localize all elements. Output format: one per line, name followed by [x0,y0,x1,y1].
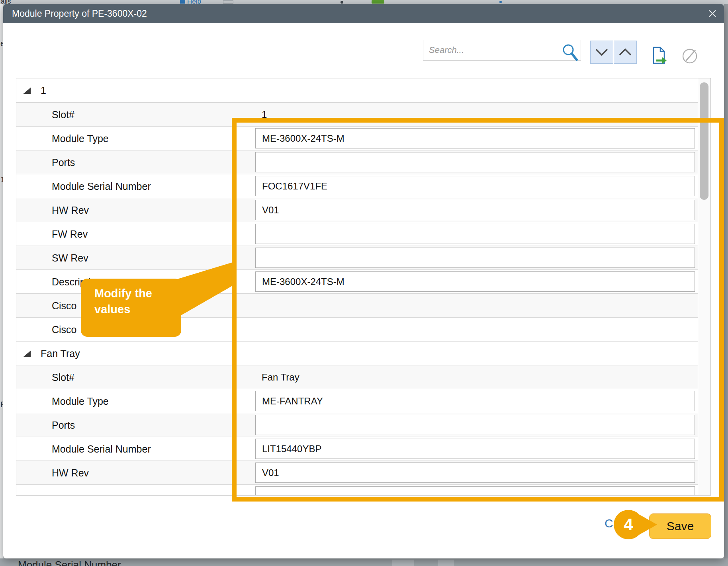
property-label: HW Rev [52,198,89,222]
find-previous-button[interactable] [614,41,637,64]
property-label: Slot# [52,103,74,126]
background-page-bottom-strip: Module Serial Number [0,558,728,566]
property-value-field[interactable] [255,224,695,244]
property-value-field[interactable] [255,415,695,435]
property-value-field[interactable]: LIT15440YBP [255,439,695,459]
background-letter-fragment: e [0,39,3,48]
table-row: Ports [16,150,698,174]
group-header-row[interactable]: Fan Tray [16,341,698,365]
property-value-field[interactable] [255,486,695,495]
background-letter-fragment: 1 [0,175,3,184]
background-control-fragment [223,0,233,4]
property-label: HW Rev [52,461,89,484]
background-page-right-sliver [724,4,728,558]
background-page-left-sliver: e 1 F [0,4,3,558]
collapse-triangle-icon[interactable] [23,351,31,357]
table-row: FW Rev [16,222,698,246]
property-label: Cisco [52,294,77,317]
background-dot-fragment [341,1,343,4]
property-label: Ports [52,150,75,174]
property-label: Ports [52,413,75,437]
callout-text-line2: values [94,301,181,317]
save-button-label: Save [667,519,694,533]
property-value: 1 [262,103,267,126]
table-row: Module Type ME-3600X-24TS-M [16,126,698,150]
find-next-button[interactable] [590,41,613,64]
background-cell-fragment [392,560,414,566]
close-button[interactable] [706,8,718,20]
chevron-down-icon [595,48,609,56]
table-row: HW Rev V01 [16,461,698,484]
search-input[interactable] [423,40,581,61]
group-header-row[interactable]: 1 [16,78,698,102]
edit-icon[interactable] [682,48,699,64]
dialog-titlebar: Module Property of PE-3600X-02 [3,4,724,23]
help-link-fragment: Help [187,0,201,4]
callout-text-line1: Modify the [94,285,181,301]
background-dot-fragment [499,1,502,3]
table-row: Module Serial Number LIT15440YBP [16,437,698,461]
property-label: Module Type [52,389,109,413]
table-row: Slot# Fan Tray [16,365,698,389]
table-row: Module Serial Number FOC1617V1FE [16,174,698,198]
property-value-field[interactable]: V01 [255,200,695,220]
property-label: SW Rev [52,246,88,269]
property-label: Module Serial Number [52,174,151,198]
callout-bubble: Modify the values [81,279,181,337]
background-letter-fragment: F [0,400,3,409]
property-value-field[interactable] [255,152,695,172]
property-value-field[interactable]: FOC1617V1FE [255,176,695,196]
search-icon[interactable] [560,41,580,63]
property-value-field[interactable]: ME-3600X-24TS-M [255,128,695,148]
chevron-up-icon [618,48,632,56]
property-value-field[interactable]: V01 [255,463,695,483]
export-icon[interactable] [651,46,668,66]
table-row-partial [16,484,698,495]
property-value: Fan Tray [262,365,299,389]
table-row: HW Rev V01 [16,198,698,222]
background-cell-fragment [438,560,454,566]
property-label: FW Rev [52,222,88,246]
property-value-field[interactable]: ME-FANTRAY [255,391,695,411]
scrollbar-thumb[interactable] [700,82,708,200]
background-text-fragment: ails [1,0,11,4]
property-label: Module Serial Number [52,437,151,461]
help-icon [180,0,185,4]
dialog-title: Module Property of PE-3600X-02 [12,4,147,23]
property-value-field[interactable] [255,248,695,268]
background-table-label: Module Serial Number [18,559,121,566]
table-row: Module Type ME-FANTRAY [16,389,698,413]
property-label: Module Type [52,127,109,150]
close-icon [706,8,718,20]
background-green-badge-fragment [372,0,384,4]
property-value-field[interactable]: ME-3600X-24TS-M [255,271,695,292]
table-row: Ports [16,413,698,437]
collapse-triangle-icon[interactable] [23,88,31,94]
module-property-dialog: Module Property of PE-3600X-02 [3,4,724,558]
cancel-button[interactable]: Cancel [605,517,642,530]
property-label: Slot# [52,365,74,389]
save-button[interactable]: Save [649,513,711,539]
background-page-top-strip: ails Help [0,0,728,4]
table-row: Slot# 1 [16,102,698,126]
screen: ails Help e 1 F Module Serial Number Mod… [0,0,728,566]
vertical-scrollbar[interactable] [698,78,710,495]
table-row: SW Rev [16,246,698,269]
group-header-label: Fan Tray [41,342,80,365]
group-header-label: 1 [41,78,46,102]
property-label: Cisco [52,318,77,341]
